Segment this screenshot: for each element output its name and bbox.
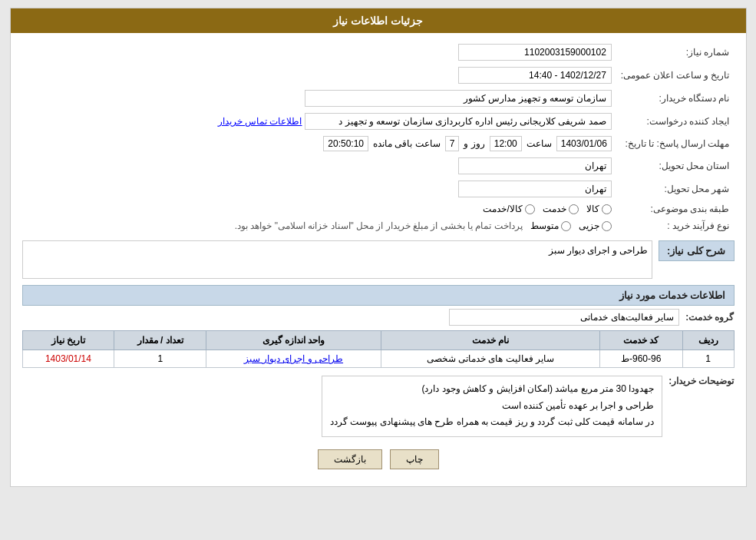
col-tedad: تعداد / مقدار xyxy=(114,331,206,350)
sharh-koli-row: شرح کلی نیاز: طراحی و اجرای دیوار سبز xyxy=(22,240,735,279)
tarikh-value: 1402/12/27 - 14:40 xyxy=(22,64,616,87)
shahr-row: شهر محل تحویل: تهران xyxy=(22,177,735,200)
toseif-line1: جهدودا 30 متر مربع میاشد (امکان افزایش و… xyxy=(330,381,654,398)
shomare-niaz-row: شماره نیاز: 1102003159000102 xyxy=(22,41,735,64)
mohlat-row: مهلت ارسال پاسخ: تا تاریخ: 1403/01/06 سا… xyxy=(22,133,735,154)
shahr-value: تهران xyxy=(22,177,616,200)
col-name: نام خدمت xyxy=(381,331,599,350)
tarikh-row: تاریخ و ساعت اعلان عمومی: 1402/12/27 - 1… xyxy=(22,64,735,87)
tabaqe-kalakhadamat-item: کالا/خدمت xyxy=(483,204,534,214)
noe-jozei-label: جزیی xyxy=(579,220,599,231)
tabaqe-value: کالا خدمت کالا/خدمت xyxy=(22,200,616,217)
noe-farayand-value: جزیی متوسط پرداخت تمام یا بخشی از مبلغ خ… xyxy=(22,217,616,234)
tarikh-box: 1402/12/27 - 14:40 xyxy=(458,67,612,84)
tabaqe-kala-label: کالا xyxy=(586,204,599,214)
chap-button[interactable]: چاپ xyxy=(390,449,439,469)
ijad-row: ایجاد کننده درخواست: صمد شریفی کلاریجانی… xyxy=(22,110,735,133)
ijad-label: ایجاد کننده درخواست: xyxy=(616,110,735,133)
noe-jozei-item: جزیی xyxy=(579,220,612,231)
namdastgah-value: سازمان توسعه و تجهیز مدارس کشور xyxy=(22,87,616,110)
service-table-body: 1 960-96-ط سایر فعالیت های خدماتی شخصی ط… xyxy=(22,350,734,368)
sharh-koli-box: طراحی و اجرای دیوار سبز xyxy=(22,240,652,279)
mohlat-label: مهلت ارسال پاسخ: تا تاریخ: xyxy=(616,133,735,154)
cell-tarikh: 1403/01/14 xyxy=(22,350,114,368)
ijad-value: صمد شریفی کلاریجانی رئیس اداره کاربردازی… xyxy=(22,110,616,133)
toseif-row: توضیحات خریدار: جهدودا 30 متر مربع میاشد… xyxy=(22,373,735,440)
grouh-row: گروه خدمت: سایر فعالیت‌های خدماتی xyxy=(22,309,735,326)
shomare-niaz-box: 1102003159000102 xyxy=(458,44,612,61)
noe-farayand-row: نوع فرآیند خرید : جزیی متوسط پرداخت تمام… xyxy=(22,217,735,234)
tabaqe-label: طبقه بندی موضوعی: xyxy=(616,200,735,217)
sharh-koli-value: طراحی و اجرای دیوار سبز xyxy=(549,245,648,256)
tabaqe-kalakhadamat-label: کالا/خدمت xyxy=(483,204,522,214)
tabaqe-kala-radio[interactable] xyxy=(602,204,612,214)
cell-unit: طراحی و اجرای دیوار سبز xyxy=(206,350,381,368)
mohlat-mande-box: 20:50:10 xyxy=(323,136,368,151)
cell-unit-link[interactable]: طراحی و اجرای دیوار سبز xyxy=(244,353,343,364)
shomare-niaz-value: 1102003159000102 xyxy=(22,41,616,64)
col-unit: واحد اندازه گیری xyxy=(206,331,381,350)
noe-motavasset-radio[interactable] xyxy=(561,221,571,231)
mande-text: ساعت باقی مانده xyxy=(373,138,441,149)
bazgasht-button[interactable]: بازگشت xyxy=(318,449,382,469)
noe-farayand-label: نوع فرآیند خرید : xyxy=(616,217,735,234)
service-table: ردیف کد خدمت نام خدمت واحد اندازه گیری ت… xyxy=(22,330,735,368)
tabaqe-row: طبقه بندی موضوعی: کالا خدمت xyxy=(22,200,735,217)
page-title: جزئیات اطلاعات نیاز xyxy=(11,8,746,33)
tarikh-label: تاریخ و ساعت اعلان عمومی: xyxy=(616,64,735,87)
ostan-row: استان محل تحویل: تهران xyxy=(22,154,735,177)
info-section: شماره نیاز: 1102003159000102 تاریخ و ساع… xyxy=(22,41,735,234)
ostan-label: استان محل تحویل: xyxy=(616,154,735,177)
shahr-box: تهران xyxy=(458,181,612,197)
cell-kod: 960-96-ط xyxy=(599,350,682,368)
ijad-box: صمد شریفی کلاریجانی رئیس اداره کاربردازی… xyxy=(305,113,612,130)
khademat-section-header: اطلاعات خدمات مورد نیاز xyxy=(22,285,735,306)
toseif-line2: طراحی و اجرا بر عهده تأمین کننده است xyxy=(330,398,654,415)
header-title-text: جزئیات اطلاعات نیاز xyxy=(333,15,423,27)
col-kod: کد خدمت xyxy=(599,331,682,350)
namdastgah-box: سازمان توسعه و تجهیز مدارس کشور xyxy=(305,90,612,107)
tabaqe-khadamat-label: خدمت xyxy=(543,204,566,214)
tabaqe-kala-item: کالا xyxy=(586,204,612,214)
tabaqe-kalakhadamat-radio[interactable] xyxy=(525,204,535,214)
saat-text: ساعت xyxy=(527,138,552,149)
noe-motavasset-label: متوسط xyxy=(530,220,559,231)
shomare-niaz-label: شماره نیاز: xyxy=(616,41,735,64)
namdastgah-label: نام دستگاه خریدار: xyxy=(616,87,735,110)
grouh-label: گروه خدمت: xyxy=(685,312,734,323)
content-area: شماره نیاز: 1102003159000102 تاریخ و ساع… xyxy=(11,33,746,486)
cell-name: سایر فعالیت های خدماتی شخصی xyxy=(381,350,599,368)
mohlat-roz-box: 7 xyxy=(445,136,460,151)
tabaqe-radio-group: کالا خدمت کالا/خدمت xyxy=(27,204,612,214)
mohlat-date-box: 1403/01/06 xyxy=(556,136,612,151)
mohlat-value: 1403/01/06 ساعت 12:00 روز و 7 ساعت باقی … xyxy=(22,133,616,154)
table-row: 1 960-96-ط سایر فعالیت های خدماتی شخصی ط… xyxy=(22,350,734,368)
page-wrapper: جزئیات اطلاعات نیاز شماره نیاز: 11020031… xyxy=(10,8,747,487)
roz-text: روز و xyxy=(464,138,484,149)
grouh-box: سایر فعالیت‌های خدماتی xyxy=(449,309,679,326)
toseif-label: توضیحات خریدار: xyxy=(669,373,734,386)
sharh-koli-content: طراحی و اجرای دیوار سبز xyxy=(22,240,652,279)
service-table-header-row: ردیف کد خدمت نام خدمت واحد اندازه گیری ت… xyxy=(22,331,734,350)
noe-radio-group: جزیی متوسط پرداخت تمام یا بخشی از مبلغ خ… xyxy=(27,220,612,231)
toseif-line3: در سامانه قیمت کلی ثبت گردد و ریز قیمت ب… xyxy=(330,414,654,431)
sharh-koli-header: شرح کلی نیاز: xyxy=(659,240,735,261)
cell-radif: 1 xyxy=(682,350,734,368)
ijad-link[interactable]: اطلاعات تماس خریدار xyxy=(218,116,302,127)
noe-farayand-text: پرداخت تمام یا بخشی از مبلغ خریدار از مح… xyxy=(235,220,523,231)
tabaqe-khadamat-radio[interactable] xyxy=(569,204,579,214)
col-tarikh: تاریخ نیاز xyxy=(22,331,114,350)
button-row: چاپ بازگشت xyxy=(22,449,735,469)
ostan-value: تهران xyxy=(22,154,616,177)
col-radif: ردیف xyxy=(682,331,734,350)
namdastgah-row: نام دستگاه خریدار: سازمان توسعه و تجهیز … xyxy=(22,87,735,110)
ostan-box: تهران xyxy=(458,157,612,174)
toseif-box: جهدودا 30 متر مربع میاشد (امکان افزایش و… xyxy=(322,376,662,437)
shahr-label: شهر محل تحویل: xyxy=(616,177,735,200)
noe-motavasset-item: متوسط xyxy=(530,220,571,231)
noe-jozei-radio[interactable] xyxy=(602,221,612,231)
service-table-head: ردیف کد خدمت نام خدمت واحد اندازه گیری ت… xyxy=(22,331,734,350)
mohlat-time-box: 12:00 xyxy=(490,136,522,151)
cell-tedad: 1 xyxy=(114,350,206,368)
tabaqe-khadamat-item: خدمت xyxy=(543,204,579,214)
